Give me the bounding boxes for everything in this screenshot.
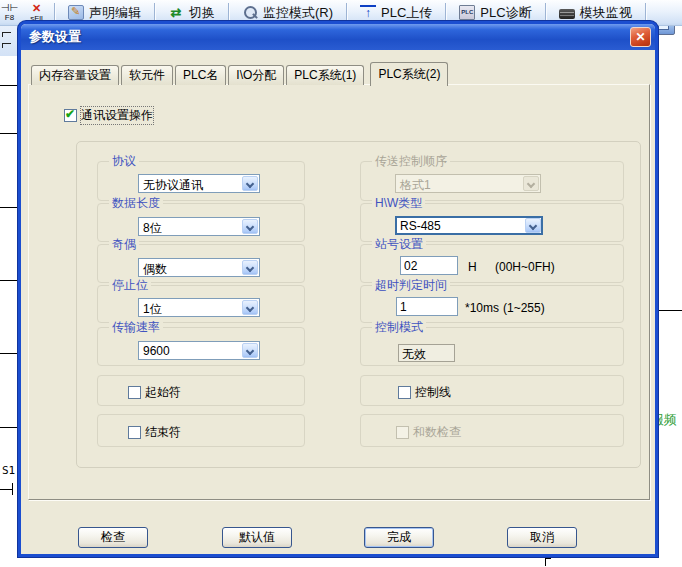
screen: S1 服频 ⊣⊢ F8 ✕ sFll 声明编辑 ⇄ 切换	[0, 0, 682, 567]
transfer-control-group: 传送控制顺序 格式1	[360, 161, 624, 201]
comm-settings-group: 协议 无协议通讯 数据长度 8位 奇偶	[76, 141, 641, 468]
dialog-title: 参数设置	[21, 28, 81, 46]
dialog-client-area: 内存容量设置 软元件 PLC名 I\O分配 PLC系统(1) PLC系统(2) …	[21, 50, 655, 554]
sum-check-label: 和数检查	[413, 424, 461, 441]
delete-icon: ✕	[32, 3, 41, 14]
toolbar-separator	[228, 3, 229, 22]
tab-io-assignment[interactable]: I\O分配	[228, 65, 284, 85]
data-length-select[interactable]: 8位	[138, 217, 260, 236]
cancel-button[interactable]: 取消	[507, 527, 577, 548]
chevron-down-icon[interactable]	[242, 219, 258, 234]
control-line-checkbox[interactable]	[398, 386, 411, 399]
default-button[interactable]: 默认值	[222, 527, 292, 548]
end-char-checkbox[interactable]	[128, 426, 141, 439]
tab-devices[interactable]: 软元件	[121, 65, 173, 85]
start-char-group: 起始符	[97, 375, 305, 406]
station-number-input[interactable]	[400, 256, 458, 275]
station-range-label: (00H~0FH)	[495, 260, 555, 274]
ladder-rung-line	[0, 85, 19, 86]
comm-settings-checkbox-label[interactable]: 通讯设置操作	[81, 107, 153, 124]
close-button[interactable]: ✕	[630, 27, 651, 47]
toolbar-separator	[645, 3, 646, 22]
timeout-group: 超时判定时间 *10ms (1~255)	[360, 285, 624, 323]
chevron-down-icon	[523, 176, 539, 191]
stop-bit-group: 停止位 1位	[97, 285, 305, 323]
ladder-contact-shape	[12, 483, 13, 495]
timeout-range-label: (1~255)	[503, 301, 545, 315]
chevron-down-icon[interactable]	[525, 218, 541, 233]
ladder-contact-icon: ⊣⊢	[1, 3, 18, 13]
comm-settings-checkbox-row: ✔ 通讯设置操作	[64, 107, 153, 124]
plc-system2-tab-page: ✔ 通讯设置操作 协议 无协议通讯 数据长度	[28, 84, 650, 500]
chevron-down-icon[interactable]	[242, 300, 258, 315]
control-mode-group: 控制模式 无效	[360, 327, 624, 366]
start-char-label[interactable]: 起始符	[145, 384, 181, 401]
ladder-device-label: S1	[2, 464, 15, 477]
baud-rate-label: 传输速率	[109, 320, 163, 334]
module-monitor-icon	[559, 9, 575, 19]
plc-diagnostics-icon: PLC	[459, 5, 475, 20]
ladder-rung-line	[0, 207, 19, 208]
data-length-label: 数据长度	[109, 196, 163, 210]
chevron-down-icon[interactable]	[242, 176, 258, 191]
finish-button[interactable]: 完成	[364, 527, 434, 548]
hw-type-label: H\W类型	[372, 196, 425, 210]
transfer-control-label: 传送控制顺序	[372, 154, 450, 168]
station-unit-label: H	[468, 260, 477, 274]
check-button[interactable]: 检查	[78, 527, 148, 548]
transfer-control-select: 格式1	[395, 174, 541, 193]
plc-upload-icon: ↑	[360, 5, 376, 20]
baud-rate-group: 传输速率 9600	[97, 327, 305, 366]
toolbar-separator	[154, 3, 155, 22]
baud-rate-select[interactable]: 9600	[138, 341, 260, 360]
control-line-group: 控制线	[360, 375, 624, 406]
protocol-label: 协议	[109, 154, 139, 168]
monitor-mode-icon	[242, 5, 258, 20]
timeout-input[interactable]	[396, 297, 458, 316]
timeout-label: 超时判定时间	[372, 278, 450, 292]
control-mode-value: 无效	[398, 344, 455, 362]
chevron-down-icon[interactable]	[242, 260, 258, 275]
ladder-contact-button[interactable]: ⊣⊢ F8	[0, 0, 23, 25]
chevron-down-icon[interactable]	[242, 343, 258, 358]
tab-plc-system-2[interactable]: PLC系统(2)	[370, 62, 448, 86]
parameter-settings-dialog: 参数设置 ✕ 内存容量设置 软元件 PLC名 I\O分配 PLC系统(1) PL…	[18, 21, 658, 557]
sum-check-group: 和数检查	[360, 414, 624, 447]
switch-icon: ⇄	[168, 5, 184, 20]
protocol-group: 协议 无协议通讯	[97, 161, 305, 201]
tab-plc-name[interactable]: PLC名	[175, 65, 226, 85]
protocol-select[interactable]: 无协议通讯	[138, 174, 260, 193]
secondary-toolbar-fragment	[0, 26, 19, 56]
ladder-rung-line	[0, 280, 19, 281]
timeout-unit-label: *10ms	[465, 301, 499, 315]
ladder-symbol-icon	[2, 43, 11, 48]
ladder-rung-line	[0, 133, 19, 134]
start-char-checkbox[interactable]	[128, 386, 141, 399]
station-number-label: 站号设置	[372, 237, 426, 251]
end-char-label[interactable]: 结束符	[145, 424, 181, 441]
tab-plc-system-1[interactable]: PLC系统(1)	[286, 65, 364, 85]
control-line-label[interactable]: 控制线	[415, 384, 451, 401]
ladder-rung-line	[0, 427, 19, 428]
tab-memory-capacity[interactable]: 内存容量设置	[31, 65, 119, 85]
tab-strip: 内存容量设置 软元件 PLC名 I\O分配 PLC系统(1) PLC系统(2)	[31, 61, 450, 85]
ladder-rung-line	[657, 310, 682, 311]
parity-select[interactable]: 偶数	[138, 258, 260, 277]
stop-bit-label: 停止位	[109, 278, 151, 292]
stop-bit-select[interactable]: 1位	[138, 298, 260, 317]
toolbar-separator	[545, 3, 546, 22]
control-mode-label: 控制模式	[372, 320, 426, 334]
sum-check-checkbox	[396, 426, 409, 439]
parity-label: 奇偶	[109, 237, 139, 251]
close-icon: ✕	[635, 30, 645, 44]
hw-type-select[interactable]: RS-485	[395, 216, 543, 235]
toolbar-separator	[54, 3, 55, 22]
comm-settings-checkbox[interactable]: ✔	[64, 109, 77, 122]
check-icon: ✔	[65, 107, 75, 121]
toolbar-separator	[346, 3, 347, 22]
toolbar-separator	[445, 3, 446, 22]
ladder-rung-line	[0, 353, 19, 354]
statement-edit-icon	[68, 5, 84, 20]
dialog-titlebar[interactable]: 参数设置 ✕	[21, 24, 655, 50]
ladder-symbol-icon	[2, 32, 11, 37]
